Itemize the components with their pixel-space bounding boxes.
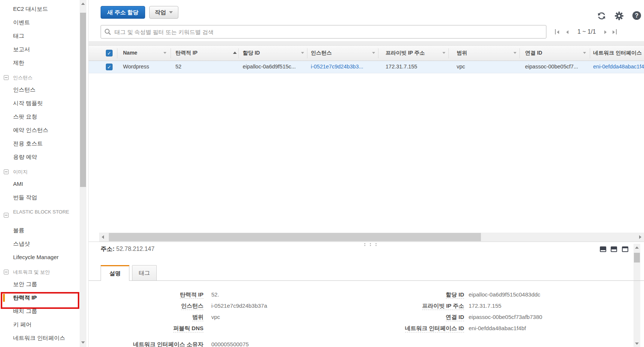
sidebar-item-spot-requests[interactable]: 스팟 요청 [0,110,88,123]
sidebar-item-volumes[interactable]: 볼륨 [0,224,88,237]
field-value: 172.31.7.155 [469,303,502,309]
sidebar-item-ami[interactable]: AMI [0,177,88,191]
pagination: 1 ~ 1/1 [554,28,619,37]
sidebar-item-bundle-tasks[interactable]: 번들 작업 [0,191,88,204]
instance-link[interactable]: i-0521e7c9d24b3b37a [211,303,267,309]
section-title: 인스턴스 [13,75,33,80]
gear-icon[interactable] [614,11,624,21]
section-title: ELASTIC BLOCK STORE [13,209,69,215]
scroll-right-icon[interactable] [636,233,644,242]
horizontal-scrollbar[interactable] [99,233,644,242]
field-value: eipassoc-00be05cf73afb7380 [469,314,542,320]
field-label: 네트워크 인터페이스 ID [405,325,464,332]
pane-resize-handle[interactable] [364,243,378,246]
panel-scrollbar[interactable] [634,244,640,347]
last-page-icon[interactable] [611,28,619,36]
allocate-new-address-button[interactable]: 새 주소 할당 [101,6,145,19]
sidebar-item-key-pairs[interactable]: 키 페어 [0,318,88,331]
refresh-icon[interactable] [597,11,606,21]
sidebar-section-network-security[interactable]: 네트워크 및 보안 [0,267,88,277]
layout-split-pane-icon[interactable] [611,246,617,252]
actions-dropdown-button[interactable]: 작업 [149,6,178,19]
sidebar-item-capacity-reservations[interactable]: 용량 예약 [0,150,88,164]
sidebar-item-ec2-dashboard[interactable]: EC2 대시보드 [0,2,88,16]
sidebar-item-security-groups[interactable]: 보안 그룹 [0,277,88,291]
scroll-up-icon[interactable] [80,0,86,7]
first-page-icon[interactable] [554,28,562,36]
sidebar-scrollbar-thumb[interactable] [80,13,86,187]
collapse-section-icon[interactable] [4,213,9,218]
sidebar-section-images[interactable]: 이미지 [0,167,88,177]
search-input[interactable] [114,26,541,38]
filter-caret-icon[interactable] [442,52,445,54]
section-title: 이미지 [13,169,28,175]
horizontal-scrollbar-thumb[interactable] [109,233,481,241]
scroll-left-icon[interactable] [99,233,107,242]
search-icon [104,28,111,35]
column-header-scope[interactable]: 범위 [457,50,467,56]
cell-instance-link[interactable]: i-0521e7c9d24b3b3... [311,64,363,70]
column-header-name[interactable]: Name [123,50,137,56]
sidebar-section-instances[interactable]: 인스턴스 [0,73,88,83]
column-header-instance[interactable]: 인스턴스 [311,50,332,56]
layout-bottom-pane-icon[interactable] [600,246,606,252]
collapse-section-icon[interactable] [4,270,9,274]
filter-caret-icon[interactable] [163,52,166,54]
tab-tags[interactable]: 태그 [132,265,157,281]
column-header-association-id[interactable]: 연결 ID [525,50,542,56]
sidebar-item-instances[interactable]: 인스턴스 [0,83,88,96]
scroll-up-icon[interactable] [634,244,640,251]
tab-underline [89,280,644,281]
filter-caret-icon[interactable] [583,52,586,54]
filter-caret-icon[interactable] [513,52,516,54]
filter-caret-icon[interactable] [372,52,375,54]
column-header-elastic-ip[interactable]: 탄력적 IP [175,50,197,56]
page-indicator: 1 ~ 1/1 [577,28,596,35]
ec2-sidebar: EC2 대시보드 이벤트 태그 보고서 제한 인스턴스 인스턴스 시작 템플릿 … [0,0,88,347]
cell-name: Wordpress [123,64,149,70]
collapse-section-icon[interactable] [4,75,9,80]
filter-search-box [101,25,546,39]
field-value: 000005500075 [211,341,249,347]
prev-page-icon[interactable] [564,28,572,36]
field-value: vpc [211,314,220,320]
layout-full-pane-icon[interactable] [622,246,628,252]
collapse-section-icon[interactable] [4,169,9,174]
sidebar-item-placement-groups[interactable]: 배치 그룹 [0,304,88,318]
address-label: 주소: [101,246,114,252]
panel-scrollbar-thumb[interactable] [634,253,640,262]
sidebar-item-snapshots[interactable]: 스냅샷 [0,237,88,251]
column-header-private-ip[interactable]: 프라이빗 IP 주소 [386,50,425,56]
cell-network-interface-link[interactable]: eni-0efdda48abac1f4bf [593,64,644,70]
field-value: eipalloc-0a6d9f515c0483ddc [469,291,540,298]
sidebar-scrollbar[interactable] [80,0,86,347]
sidebar-item-reserved-instances[interactable]: 예약 인스턴스 [0,123,88,137]
sidebar-item-elastic-ip[interactable]: 탄력적 IP [0,291,88,304]
select-all-checkbox[interactable]: ✓ [106,50,113,56]
column-header-network-interface[interactable]: 네트워크 인터페이스 [593,50,642,56]
scroll-down-icon[interactable] [80,338,86,346]
scroll-down-icon[interactable] [634,340,640,347]
sidebar-item-reports[interactable]: 보고서 [0,43,88,56]
sort-ascending-icon[interactable] [233,52,237,54]
sidebar-item-events[interactable]: 이벤트 [0,16,88,29]
cell-private-ip: 172.31.7.155 [386,64,417,70]
table-top-strip [89,41,644,46]
help-icon[interactable]: ? [632,11,642,21]
filter-caret-icon[interactable] [301,52,304,54]
sidebar-item-limits[interactable]: 제한 [0,56,88,70]
field-label: 탄력적 IP [180,291,203,299]
next-page-icon[interactable] [601,28,610,36]
sidebar-item-network-interfaces[interactable]: 네트워크 인터페이스 [0,331,88,345]
sidebar-item-tags[interactable]: 태그 [0,29,88,43]
row-checkbox[interactable]: ✓ [106,64,113,70]
sidebar-item-dedicated-hosts[interactable]: 전용 호스트 [0,137,88,150]
address-value: 52.78.212.147 [116,246,154,252]
table-row[interactable]: ✓ Wordpress 52 eipalloc-0a6d9f515c... i-… [89,61,644,73]
sidebar-item-lifecycle-manager[interactable]: Lifecycle Manager [0,251,88,264]
sidebar-section-ebs[interactable]: ELASTIC BLOCK STORE [0,207,88,224]
field-label: 할당 ID [446,291,464,299]
tab-description[interactable]: 설명 [101,265,129,281]
sidebar-item-launch-templates[interactable]: 시작 템플릿 [0,96,88,110]
column-header-allocation-id[interactable]: 할당 ID [243,50,260,56]
